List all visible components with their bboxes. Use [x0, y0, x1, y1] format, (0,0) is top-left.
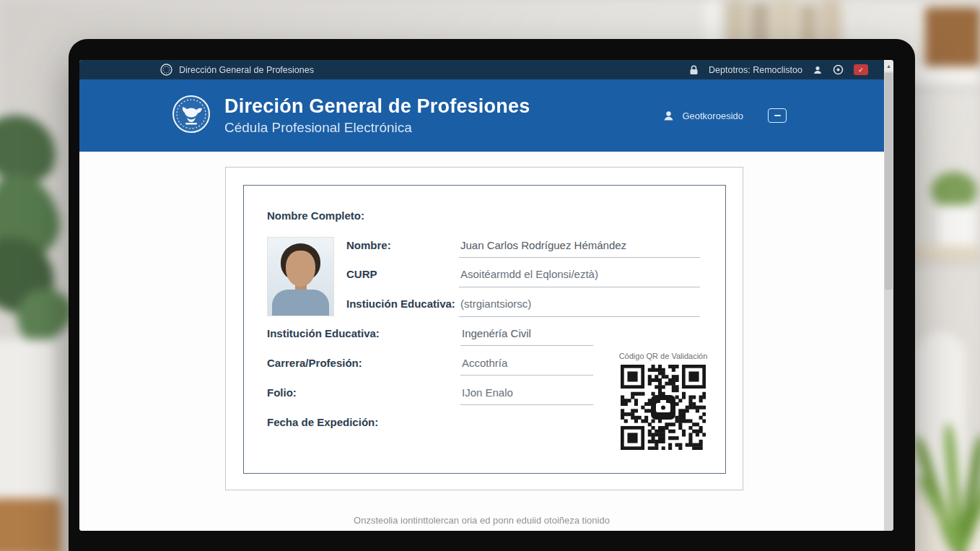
field-underline — [460, 404, 593, 405]
qr-caption: Código QR de Validación — [605, 352, 722, 360]
field-label-nombre: Nombre: — [346, 239, 391, 251]
field-value-nombre[interactable]: Juan Carlos Rodríguez Hémández — [460, 239, 626, 251]
field-label-institucion-1: Instiución Educativa: — [346, 298, 455, 310]
header-user-label[interactable]: Geotkoroesido — [682, 110, 743, 121]
screen: Dirección General de Profesiones Deptotr… — [79, 60, 893, 531]
portrait-shirt — [272, 290, 329, 316]
browser-titlebar: Dirección General de Profesiones Deptotr… — [79, 60, 893, 79]
field-value-folio[interactable]: IJon Enalo — [462, 386, 513, 399]
titlebar-status-text: Deptotros: Remoclistoo — [709, 65, 802, 75]
field-value-carrera[interactable]: Accothría — [462, 357, 507, 369]
page-subtitle: Cédula Profesional Electrónica — [224, 120, 530, 136]
field-label-institucion-2: Institución Educativa: — [267, 327, 380, 339]
white-planter — [0, 339, 54, 506]
globe-icon[interactable] — [833, 64, 844, 75]
scrollbar[interactable]: ▲ — [884, 60, 893, 531]
small-plant-pot — [938, 205, 976, 247]
scrollbar-thumb[interactable] — [885, 73, 893, 290]
qr-block — [621, 365, 706, 450]
footer-text: Onzsteolia iontinttolercan oria ed ponn … — [79, 515, 884, 526]
photo-of-monitor-scene: Dirección General de Profesiones Deptotr… — [0, 0, 980, 551]
field-underline — [459, 257, 700, 258]
section-title: Nombre Completo: — [267, 209, 364, 222]
field-underline — [459, 287, 700, 287]
mexican-eagle-seal-icon — [171, 94, 211, 137]
field-label-carrera: Carrera/Profesión: — [267, 357, 362, 369]
monitor: Dirección General de Profesiones Deptotr… — [69, 39, 915, 551]
qr-code — [621, 365, 706, 450]
storage-box — [925, 7, 980, 66]
scrollbar-up-arrow[interactable]: ▲ — [884, 60, 893, 71]
field-label-fecha: Fecha de Expedición: — [267, 416, 378, 428]
wooden-stool — [0, 498, 61, 551]
page-content: Nombre Completo: Nombre: Juan Carlos Rod… — [79, 152, 884, 531]
field-underline — [460, 375, 593, 376]
portrait-face — [286, 251, 315, 287]
field-value-curp[interactable]: Asoitéarmdd el Eqlonsi/eztà) — [460, 268, 598, 280]
gov-seal-small-icon — [160, 64, 172, 76]
red-badge-icon[interactable]: ✓ — [854, 64, 868, 75]
field-value-institucion-1[interactable]: (strgiantsiorsc) — [460, 298, 531, 310]
field-underline — [460, 345, 593, 346]
portrait-photo — [267, 237, 334, 316]
site-header: Direción General de Profesiones Cédula P… — [79, 79, 893, 152]
lock-icon — [689, 65, 699, 75]
small-plant-foliage — [931, 172, 977, 209]
field-label-folio: Folio: — [267, 386, 297, 399]
person-icon — [662, 110, 675, 122]
user-download-icon[interactable] — [813, 65, 823, 75]
field-value-institucion-2[interactable]: Ingenéría Civil — [462, 327, 531, 339]
message-card-icon[interactable] — [768, 108, 787, 123]
field-label-curp: CURP — [346, 268, 377, 280]
titlebar-text: Dirección General de Profesiones — [179, 65, 314, 75]
field-underline — [459, 316, 700, 317]
page-title: Direción General de Profesiones — [224, 95, 530, 118]
